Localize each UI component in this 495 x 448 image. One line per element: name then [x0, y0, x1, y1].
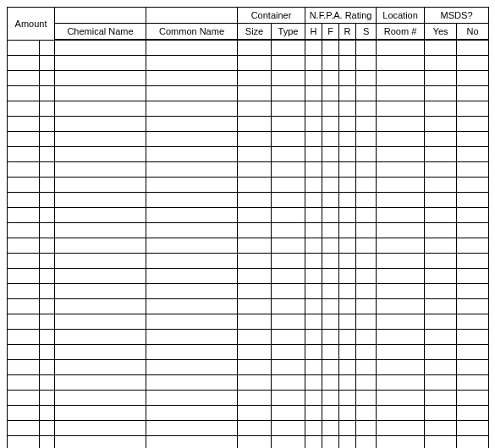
cell [377, 375, 425, 391]
cell [8, 375, 40, 391]
cell [322, 284, 339, 299]
cell [272, 391, 305, 406]
cell [457, 71, 489, 86]
cell [238, 208, 272, 223]
cell [40, 193, 55, 208]
cell [339, 117, 356, 132]
cell [8, 391, 40, 406]
cell [339, 284, 356, 299]
cell [322, 193, 339, 208]
cell [55, 284, 146, 299]
col-size: Size [238, 24, 272, 41]
col-common-name: Common Name [146, 24, 238, 41]
cell [40, 132, 55, 147]
table-row [8, 299, 489, 314]
cell [322, 360, 339, 375]
cell [8, 269, 40, 284]
cell [8, 208, 40, 223]
cell [377, 254, 425, 269]
cell [8, 56, 40, 71]
cell [40, 360, 55, 375]
cell [8, 178, 40, 193]
cell [40, 117, 55, 132]
cell [146, 284, 238, 299]
cell [8, 132, 40, 147]
cell [377, 345, 425, 360]
cell [356, 375, 377, 391]
cell [425, 299, 457, 314]
cell [55, 223, 146, 238]
cell [457, 360, 489, 375]
cell [146, 101, 238, 117]
cell [356, 117, 377, 132]
cell [305, 238, 322, 254]
cell [339, 330, 356, 345]
cell [356, 330, 377, 345]
cell [305, 223, 322, 238]
cell [339, 193, 356, 208]
table-row [8, 178, 489, 193]
cell [40, 178, 55, 193]
cell [339, 360, 356, 375]
cell [146, 86, 238, 101]
cell [8, 421, 40, 436]
cell [425, 132, 457, 147]
cell [55, 330, 146, 345]
cell [40, 162, 55, 178]
cell [272, 330, 305, 345]
cell [272, 314, 305, 330]
table-row [8, 117, 489, 132]
cell [238, 71, 272, 86]
cell [8, 147, 40, 162]
cell [146, 345, 238, 360]
cell [238, 406, 272, 421]
cell [339, 345, 356, 360]
cell [377, 193, 425, 208]
cell [339, 421, 356, 436]
cell [425, 314, 457, 330]
cell [305, 147, 322, 162]
cell [238, 330, 272, 345]
cell [305, 208, 322, 223]
cell [8, 299, 40, 314]
cell [305, 86, 322, 101]
cell [356, 101, 377, 117]
cell [356, 238, 377, 254]
cell [339, 238, 356, 254]
cell [238, 101, 272, 117]
cell [146, 132, 238, 147]
cell [339, 269, 356, 284]
cell [40, 330, 55, 345]
cell [272, 178, 305, 193]
cell [55, 208, 146, 223]
table-row [8, 314, 489, 330]
cell [40, 147, 55, 162]
cell [8, 117, 40, 132]
cell [8, 101, 40, 117]
cell [356, 86, 377, 101]
cell [356, 391, 377, 406]
cell [339, 314, 356, 330]
cell [238, 40, 272, 56]
cell [146, 436, 238, 449]
cell [238, 254, 272, 269]
cell [305, 360, 322, 375]
cell [8, 71, 40, 86]
cell [40, 223, 55, 238]
cell [8, 330, 40, 345]
table-row [8, 208, 489, 223]
cell [146, 421, 238, 436]
cell [272, 223, 305, 238]
cell [272, 284, 305, 299]
cell [272, 86, 305, 101]
cell [377, 71, 425, 86]
cell [238, 436, 272, 449]
table-row [8, 101, 489, 117]
cell [377, 56, 425, 71]
cell [8, 436, 40, 449]
cell [305, 101, 322, 117]
table-row [8, 193, 489, 208]
cell [322, 299, 339, 314]
cell [322, 436, 339, 449]
cell [425, 269, 457, 284]
